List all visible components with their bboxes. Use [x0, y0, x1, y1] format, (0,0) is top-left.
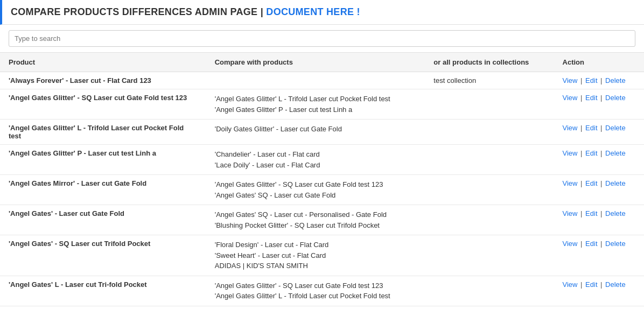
document-link[interactable]: DOCUMENT HERE !: [266, 6, 360, 17]
compare-item: 'Doily Gates Glitter' - Laser cut Gate F…: [215, 124, 417, 135]
table-row: 'Angel Gates Glitter' L - Trifold Laser …: [0, 120, 644, 145]
action-separator: |: [599, 280, 605, 289]
search-bar: [0, 25, 644, 53]
action-links: View | Edit | Delete: [563, 240, 635, 248]
action-view-link[interactable]: View: [563, 94, 578, 102]
action-view-link[interactable]: View: [563, 209, 578, 217]
action-links: View | Edit | Delete: [563, 209, 635, 217]
cell-product: 'Angel Gates' - SQ Laser cut Trifold Poc…: [0, 235, 206, 276]
cell-product: 'Angel Gates Glitter' - SQ Laser cut Gat…: [0, 89, 206, 120]
cell-compare: 'Floral Design' - Laser cut - Flat Card'…: [206, 235, 425, 276]
action-edit-link[interactable]: Edit: [585, 94, 597, 102]
compare-item: 'Angel Gates' SQ - Laser cut - Personali…: [215, 209, 417, 220]
compare-item: 'Floral Design' - Laser cut - Flat Card: [215, 240, 417, 250]
cell-compare: 'Chandelier' - Laser cut - Flat card'Lac…: [206, 145, 425, 175]
action-view-link[interactable]: View: [563, 280, 578, 289]
cell-product: 'Always Forever' - Laser cut - Flat Card…: [0, 72, 206, 89]
cell-action: View | Edit | Delete: [554, 145, 644, 175]
product-name: 'Angel Gates' L - Laser cut Tri-fold Poc…: [9, 280, 147, 289]
cell-action: View | Edit | Delete: [554, 235, 644, 276]
action-delete-link[interactable]: Delete: [605, 179, 626, 187]
action-separator: |: [578, 280, 584, 289]
cell-action: View | Edit | Delete: [554, 205, 644, 235]
action-delete-link[interactable]: Delete: [605, 280, 626, 289]
action-view-link[interactable]: View: [563, 124, 578, 132]
cell-product: 'Angel Gates' SQ - Laser cut - Personali…: [0, 306, 206, 309]
compare-item: 'Chandelier' - Laser cut - Flat card: [215, 149, 417, 160]
action-delete-link[interactable]: Delete: [605, 94, 626, 102]
cell-action: View | Edit | Delete: [554, 276, 644, 306]
action-delete-link[interactable]: Delete: [605, 124, 626, 132]
cell-action: View | Edit | Delete: [554, 89, 644, 120]
table-row: 'Always Forever' - Laser cut - Flat Card…: [0, 72, 644, 89]
compare-item: 'Blushing Pocket Glitter' - SQ Laser cut…: [215, 220, 417, 231]
action-delete-link[interactable]: Delete: [605, 240, 626, 248]
action-view-link[interactable]: View: [563, 76, 578, 85]
action-edit-link[interactable]: Edit: [585, 179, 597, 187]
col-header-product: Product: [0, 53, 206, 72]
action-links: View | Edit | Delete: [563, 149, 635, 157]
search-input[interactable]: [9, 30, 635, 47]
table-row: 'Angel Gates Glitter' P - Laser cut test…: [0, 145, 644, 175]
compare-item: 'Angel Gates Glitter' P - Laser cut test…: [215, 104, 417, 115]
compare-item: 'Angel Gates Glitter' - SQ Laser cut Gat…: [215, 179, 417, 190]
cell-collection: test collection: [425, 72, 554, 89]
cell-collection: [425, 276, 554, 306]
table-row: 'Angel Gates Mirror' - Laser cut Gate Fo…: [0, 175, 644, 205]
cell-product: 'Angel Gates Glitter' P - Laser cut test…: [0, 145, 206, 175]
action-separator: |: [599, 179, 605, 187]
action-edit-link[interactable]: Edit: [585, 280, 597, 289]
col-header-compare: Compare with products: [206, 53, 425, 72]
cell-action: View | Edit | Delete: [554, 120, 644, 145]
table-row: 'Angel Gates' L - Laser cut Tri-fold Poc…: [0, 276, 644, 306]
action-links: View | Edit | Delete: [563, 280, 635, 289]
cell-product: 'Angel Gates Mirror' - Laser cut Gate Fo…: [0, 175, 206, 205]
action-separator: |: [578, 179, 584, 187]
action-separator: |: [578, 76, 584, 85]
action-edit-link[interactable]: Edit: [585, 76, 597, 85]
cell-collection: [425, 306, 554, 309]
cell-collection: [425, 120, 554, 145]
action-delete-link[interactable]: Delete: [605, 76, 626, 85]
action-edit-link[interactable]: Edit: [585, 149, 597, 157]
product-name: 'Angel Gates' - Laser cut Gate Fold: [9, 209, 124, 217]
compare-item: 'Angel Gates' SQ - Laser cut Gate Fold: [215, 190, 417, 201]
table-row: 'Angel Gates' - Laser cut Gate Fold'Ange…: [0, 205, 644, 235]
cell-collection: [425, 175, 554, 205]
table-body: 'Always Forever' - Laser cut - Flat Card…: [0, 72, 644, 310]
table-row: 'Angel Gates Glitter' - SQ Laser cut Gat…: [0, 89, 644, 120]
action-separator: |: [578, 209, 584, 217]
cell-action: View | Edit | Delete: [554, 175, 644, 205]
action-view-link[interactable]: View: [563, 240, 578, 248]
cell-compare: 'Doily Gates Glitter' - Laser cut Gate F…: [206, 120, 425, 145]
table-row: 'Angel Gates' - SQ Laser cut Trifold Poc…: [0, 235, 644, 276]
action-view-link[interactable]: View: [563, 179, 578, 187]
action-separator: |: [578, 94, 584, 102]
action-separator: |: [599, 94, 605, 102]
compare-item: ADIDAS | KID'S STAN SMITH: [215, 261, 417, 271]
product-name: 'Angel Gates Glitter' L - Trifold Laser …: [9, 124, 184, 140]
cell-collection: [425, 205, 554, 235]
compare-item: 'Angel Gates Glitter' L - Trifold Laser …: [215, 94, 417, 104]
product-name: 'Angel Gates Glitter' P - Laser cut test…: [9, 149, 156, 157]
action-view-link[interactable]: View: [563, 149, 578, 157]
action-delete-link[interactable]: Delete: [605, 149, 626, 157]
action-edit-link[interactable]: Edit: [585, 209, 597, 217]
action-separator: |: [599, 76, 605, 85]
cell-compare: 'Angel Gates Glitter' - SQ Laser cut Gat…: [206, 276, 425, 306]
compare-item: 'Sweet Heart' - Laser cut - Flat Card: [215, 250, 417, 261]
action-delete-link[interactable]: Delete: [605, 209, 626, 217]
action-links: View | Edit | Delete: [563, 124, 635, 132]
product-name: 'Always Forever' - Laser cut - Flat Card…: [9, 76, 151, 85]
col-header-collection: or all products in collections: [425, 53, 554, 72]
cell-collection: [425, 145, 554, 175]
action-edit-link[interactable]: Edit: [585, 124, 597, 132]
col-header-action: Action: [554, 53, 644, 72]
cell-product: 'Angel Gates Glitter' L - Trifold Laser …: [0, 120, 206, 145]
action-links: View | Edit | Delete: [563, 94, 635, 102]
action-edit-link[interactable]: Edit: [585, 240, 597, 248]
action-links: View | Edit | Delete: [563, 179, 635, 187]
page-title: COMPARE PRODUCTS DIFFERENCES ADMIN PAGE …: [11, 6, 635, 18]
cell-compare: 'Angel Gates' SQ - Laser cut - Personali…: [206, 205, 425, 235]
cell-compare: 'Clouds' - Laser cut - Flat Card'Gracefu…: [206, 306, 425, 309]
